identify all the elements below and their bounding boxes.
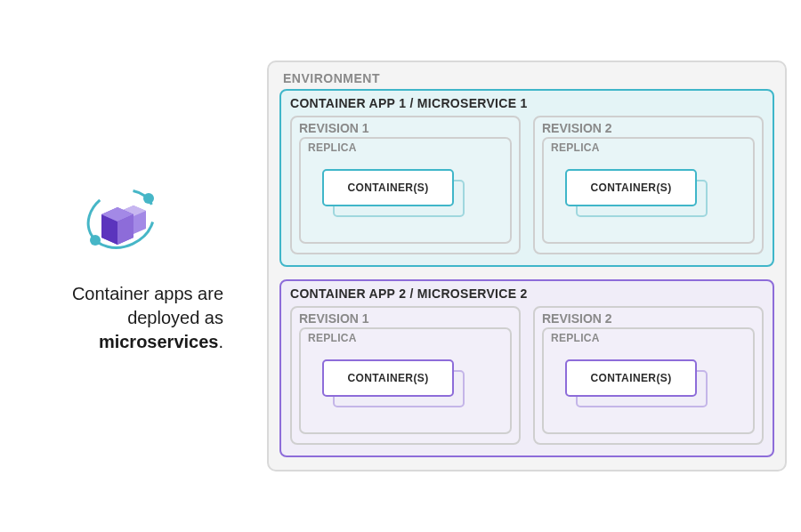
caption-suffix: . [218,332,223,351]
container-label: CONTAINER(S) [347,372,428,384]
container-label: CONTAINER(S) [590,372,671,384]
app-1-revisions: REVISION 1 REPLICA CONTAINER(S) REVISION… [290,116,764,254]
replica-label: REPLICA [308,332,503,344]
diagram-column: ENVIRONMENT CONTAINER APP 1 / MICROSERVI… [267,60,801,472]
app-2-revisions: REVISION 1 REPLICA CONTAINER(S) REVISION… [290,306,764,445]
app-2-revision-2: REVISION 2 REPLICA CONTAINER(S) [533,306,764,445]
caption-bold: microservices [99,332,219,351]
container-front-card: CONTAINER(S) [565,169,697,206]
caption-line-2: deployed as [127,308,223,327]
container-apps-icon [77,179,166,259]
svg-point-1 [143,193,154,204]
replica-label: REPLICA [551,332,746,344]
app-2-revision-1: REVISION 1 REPLICA CONTAINER(S) [290,306,521,445]
container-app-2: CONTAINER APP 2 / MICROSERVICE 2 REVISIO… [279,279,774,457]
replica-label: REPLICA [551,141,746,154]
app-1-revision-2: REVISION 2 REPLICA CONTAINER(S) [533,116,764,254]
svg-point-2 [90,235,101,246]
revision-label: REVISION 1 [299,121,512,135]
replica-box: REPLICA CONTAINER(S) [542,137,755,244]
revision-label: REVISION 2 [542,311,755,326]
app-1-title: CONTAINER APP 1 / MICROSERVICE 1 [290,96,764,110]
replica-box: REPLICA CONTAINER(S) [299,327,512,434]
caption-text: Container apps are deployed as microserv… [19,282,223,354]
revision-label: REVISION 1 [299,311,512,326]
app-2-title: CONTAINER APP 2 / MICROSERVICE 2 [290,286,764,301]
left-column: Container apps are deployed as microserv… [0,179,267,354]
container-label: CONTAINER(S) [590,181,671,194]
revision-label: REVISION 2 [542,121,755,135]
container-front-card: CONTAINER(S) [565,359,697,397]
environment-label: ENVIRONMENT [283,71,774,85]
replica-box: REPLICA CONTAINER(S) [299,137,512,244]
container-front-card: CONTAINER(S) [322,169,454,206]
app-1-revision-1: REVISION 1 REPLICA CONTAINER(S) [290,116,521,254]
caption-line-1: Container apps are [72,284,223,303]
replica-box: REPLICA CONTAINER(S) [542,327,755,434]
replica-label: REPLICA [308,141,503,154]
container-app-1: CONTAINER APP 1 / MICROSERVICE 1 REVISIO… [279,89,774,267]
environment-box: ENVIRONMENT CONTAINER APP 1 / MICROSERVI… [267,60,787,472]
container-front-card: CONTAINER(S) [322,359,454,397]
container-label: CONTAINER(S) [347,181,428,194]
